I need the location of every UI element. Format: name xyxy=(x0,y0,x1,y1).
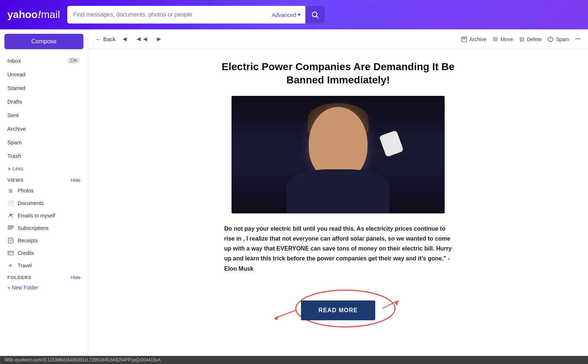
sidebar-item-drafts[interactable]: Drafts xyxy=(0,95,88,108)
sidebar-item-sent[interactable]: Sent xyxy=(0,108,88,122)
header: yahoo!mail Advanced ▾ xyxy=(0,0,588,29)
move-button[interactable]: Move xyxy=(492,36,513,42)
email-content-area: Electric Power Companies Are Demanding I… xyxy=(88,49,588,364)
svg-rect-6 xyxy=(8,228,12,229)
sidebar-item-receipts[interactable]: Receipts xyxy=(0,234,88,247)
delete-icon xyxy=(519,36,525,42)
sidebar-item-documents[interactable]: 📄 Documents xyxy=(0,197,88,209)
spam-button[interactable]: Spam xyxy=(548,36,569,42)
archive-icon xyxy=(461,36,467,42)
email-body: Electric Power Companies Are Demanding I… xyxy=(88,49,588,364)
sidebar-item-unread[interactable]: Unread xyxy=(0,68,88,81)
sidebar-item-photos[interactable]: ⊞ Photos xyxy=(0,184,88,197)
delete-button[interactable]: Delete xyxy=(519,36,542,42)
toolbar: ← Back ◄ ◄◄ ► Archive xyxy=(88,29,588,49)
search-icon xyxy=(311,11,319,19)
folders-section-header: Folders Hide xyxy=(0,272,88,282)
nav-prev-all-button[interactable]: ◄◄ xyxy=(134,34,150,44)
folders-hide-button[interactable]: Hide xyxy=(71,275,80,280)
sidebar-item-spam[interactable]: Spam xyxy=(0,136,88,149)
toolbar-left: ← Back ◄ ◄◄ ► xyxy=(96,34,164,44)
views-section-header: Views Hide xyxy=(0,174,88,184)
back-arrow-icon: ← xyxy=(96,36,101,42)
sidebar-item-subscriptions[interactable]: Subscriptions xyxy=(0,222,88,234)
body-silhouette xyxy=(287,169,390,213)
svg-rect-13 xyxy=(9,253,10,254)
svg-line-23 xyxy=(276,310,296,318)
sidebar-item-travel[interactable]: ✈ Travel xyxy=(0,259,88,272)
search-submit-button[interactable] xyxy=(305,6,325,24)
sidebar-item-archive[interactable]: Archive xyxy=(0,122,88,136)
sidebar: Compose Inbox 23K Unread Starred Drafts … xyxy=(0,29,88,364)
more-actions-button[interactable]: ··· xyxy=(575,35,581,43)
email-image xyxy=(232,96,445,213)
sidebar-item-starred[interactable]: Starred xyxy=(0,81,88,95)
subscriptions-icon xyxy=(7,225,14,231)
main-content: ← Back ◄ ◄◄ ► Archive xyxy=(88,29,588,364)
sidebar-item-credits[interactable]: Credits xyxy=(0,247,88,259)
credits-icon xyxy=(7,250,14,256)
read-more-button[interactable]: READ MORE xyxy=(301,300,376,320)
svg-rect-11 xyxy=(8,251,14,255)
photos-icon: ⊞ xyxy=(7,187,14,194)
nav-prev-button[interactable]: ◄ xyxy=(120,34,129,44)
archive-button[interactable]: Archive xyxy=(461,36,487,42)
status-bar: 5fl9c.ejudirect.com/3111539Bd16495091zL7… xyxy=(0,356,588,364)
compose-button[interactable]: Compose xyxy=(4,34,83,49)
travel-icon: ✈ xyxy=(7,262,14,269)
views-hide-button[interactable]: Hide xyxy=(71,177,80,183)
svg-line-1 xyxy=(316,16,318,18)
emails-to-myself-icon xyxy=(7,212,14,219)
status-url: 5fl9c.ejudirect.com/3111539Bd16495091zL7… xyxy=(4,357,161,363)
advanced-search-button[interactable]: Advanced ▾ xyxy=(267,11,305,18)
cta-area: READ MORE xyxy=(224,288,452,332)
less-toggle[interactable]: ∧ Less xyxy=(0,163,88,174)
svg-rect-5 xyxy=(8,227,14,228)
documents-icon: 📄 xyxy=(7,200,14,206)
search-bar: Advanced ▾ xyxy=(67,6,325,24)
toolbar-right: Archive Move Delete xyxy=(461,35,581,43)
new-folder-button[interactable]: + New Folder xyxy=(0,282,88,293)
svg-point-3 xyxy=(11,214,13,215)
svg-rect-4 xyxy=(8,226,14,226)
sidebar-item-emails-to-myself[interactable]: Emails to myself xyxy=(0,209,88,222)
main-layout: Compose Inbox 23K Unread Starred Drafts … xyxy=(0,29,588,364)
back-button[interactable]: ← Back xyxy=(96,36,115,42)
yahoo-mail-logo: yahoo!mail xyxy=(7,9,60,21)
move-icon xyxy=(492,36,498,42)
email-title: Electric Power Companies Are Demanding I… xyxy=(209,60,467,87)
sidebar-item-inbox[interactable]: Inbox 23K xyxy=(0,54,88,68)
spam-icon xyxy=(548,36,553,42)
nav-next-button[interactable]: ► xyxy=(154,34,164,44)
receipts-icon xyxy=(7,237,14,244)
svg-marker-24 xyxy=(274,316,279,320)
email-body-text: Do not pay your electric bill until you … xyxy=(224,224,452,274)
svg-point-21 xyxy=(551,40,551,40)
svg-rect-15 xyxy=(462,38,466,42)
search-input[interactable] xyxy=(67,11,267,18)
sidebar-item-trash[interactable]: Trash xyxy=(0,149,88,163)
svg-point-2 xyxy=(10,214,11,216)
